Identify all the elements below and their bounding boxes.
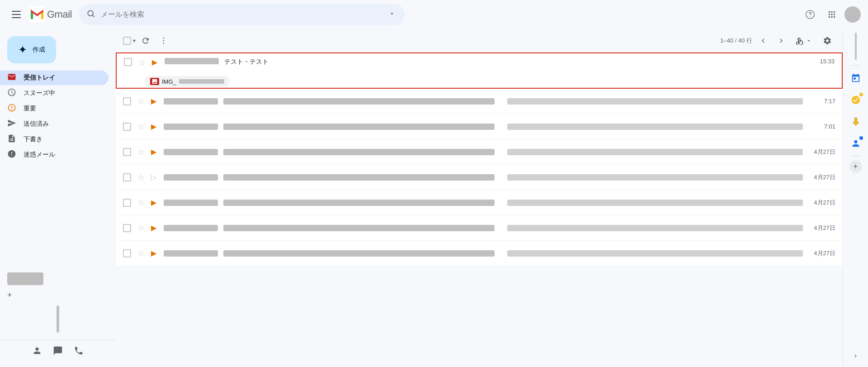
star-button-0[interactable]: ☆ [137, 58, 146, 68]
email-checkbox-0[interactable] [124, 58, 132, 66]
sidebar-item-spam[interactable]: 迷惑メール [0, 148, 108, 162]
svg-point-10 [829, 16, 830, 18]
sender-placeholder-2 [164, 124, 218, 130]
email-checkbox-4[interactable] [123, 173, 131, 181]
refresh-button[interactable] [137, 33, 154, 49]
email-time-3: 4月27日 [808, 148, 835, 156]
star-button-7[interactable]: ☆ [137, 248, 146, 258]
main-area: ▾ 1–40 / 40 行 あ [116, 29, 843, 367]
subject-placeholder-1 [223, 98, 495, 105]
compose-label: 作成 [33, 46, 45, 54]
sent-icon [7, 119, 16, 130]
add-label-icon[interactable]: + [7, 291, 12, 300]
more-button[interactable] [156, 33, 172, 49]
email-time-5: 4月27日 [808, 199, 835, 207]
important-marker-4: ▷ [151, 173, 158, 181]
toolbar: ▾ 1–40 / 40 行 あ [116, 29, 843, 52]
search-input[interactable] [101, 10, 381, 19]
apps-button[interactable] [823, 5, 841, 24]
contacts-footer-icon[interactable] [32, 346, 42, 358]
email-row-6[interactable]: ☆ ▶ 4月27日 [116, 215, 843, 241]
highlighted-email-row[interactable]: ☆ ▶ テスト・テスト 15:33 IMG_ [116, 52, 843, 89]
preview-placeholder-5 [507, 200, 803, 206]
help-button[interactable] [801, 5, 819, 24]
email-row-4[interactable]: ☆ ▷ 4月27日 [116, 165, 843, 190]
svg-rect-16 [854, 118, 857, 123]
avatar-button[interactable] [844, 6, 861, 23]
tasks-icon-button[interactable] [847, 91, 865, 109]
sidebar-label-section [0, 265, 116, 271]
email-subject-0: テスト・テスト [224, 58, 802, 66]
snoozed-label: スヌーズ中 [24, 89, 55, 97]
gmail-m-icon [29, 6, 45, 23]
email-list-scrollbar[interactable] [855, 33, 857, 60]
svg-point-13 [163, 37, 165, 38]
spam-label: 迷惑メール [24, 151, 55, 159]
email-row-3[interactable]: ☆ ▶ 4月27日 [116, 139, 843, 165]
attachment-name-0: IMG_ [162, 78, 176, 85]
sidebar-item-inbox[interactable]: 受信トレイ [0, 71, 108, 85]
subject-placeholder-3 [223, 149, 495, 155]
star-button-4[interactable]: ☆ [137, 172, 146, 182]
attachment-chip-0[interactable]: IMG_ [145, 76, 230, 87]
phone-footer-icon[interactable] [74, 346, 84, 358]
email-time-1: 7:17 [808, 98, 835, 105]
gmail-logo[interactable]: Gmail [29, 6, 72, 23]
star-button-2[interactable]: ☆ [137, 122, 146, 132]
sidebar-nav: 受信トレイ スヌーズ中 重要 送信済み [0, 71, 116, 265]
email-checkbox-3[interactable] [123, 148, 131, 156]
sidebar-item-important[interactable]: 重要 [0, 101, 108, 116]
contacts-icon-button[interactable] [847, 134, 865, 153]
density-label: あ [796, 35, 804, 46]
email-row-1[interactable]: ☆ ▶ 7:17 [116, 89, 843, 114]
toolbar-right: 1–40 / 40 行 あ [720, 33, 835, 49]
subject-placeholder-4 [223, 174, 495, 181]
subject-placeholder-6 [223, 225, 495, 231]
email-subject-text-0: テスト・テスト [224, 58, 269, 65]
email-checkbox-5[interactable] [123, 199, 131, 207]
sidebar-item-sent[interactable]: 送信済み [0, 117, 108, 131]
email-row-7[interactable]: ☆ ▶ 4月27日 [116, 241, 843, 266]
preview-placeholder-4 [507, 174, 803, 181]
compose-button[interactable]: ✦ 作成 [7, 36, 56, 63]
settings-button[interactable] [819, 33, 835, 49]
sidebar-item-snoozed[interactable]: スヌーズ中 [0, 86, 108, 100]
right-sidebar-expand-button[interactable]: › [854, 352, 857, 360]
select-dropdown-button[interactable]: ▾ [133, 38, 136, 44]
attachment-name-placeholder [179, 79, 224, 84]
pagination-next-button[interactable] [774, 33, 788, 48]
sidebar-item-drafts[interactable]: 下書き [0, 132, 108, 147]
important-marker-0: ▶ [152, 58, 159, 67]
calendar-icon-button[interactable] [847, 69, 865, 87]
chat-footer-icon[interactable] [53, 346, 63, 358]
search-dropdown-button[interactable] [387, 8, 397, 21]
email-checkbox-7[interactable] [123, 249, 131, 257]
email-row-5[interactable]: ☆ ▶ 4月27日 [116, 190, 843, 215]
svg-point-11 [831, 16, 833, 18]
svg-point-12 [834, 16, 835, 18]
hamburger-icon [12, 11, 21, 18]
important-marker-3: ▶ [151, 148, 158, 156]
star-button-6[interactable]: ☆ [137, 223, 146, 233]
keep-icon-button[interactable] [847, 113, 865, 131]
density-button[interactable]: あ [792, 33, 816, 48]
menu-button[interactable] [7, 5, 25, 24]
star-button-1[interactable]: ☆ [137, 96, 146, 106]
sender-placeholder-3 [164, 149, 218, 155]
preview-placeholder-7 [507, 250, 803, 257]
email-checkbox-6[interactable] [123, 224, 131, 232]
email-list: ☆ ▶ テスト・テスト 15:33 IMG_ [116, 52, 843, 367]
email-row-2[interactable]: ☆ ▶ 7:01 [116, 114, 843, 139]
search-bar [79, 4, 405, 25]
important-marker-6: ▶ [151, 224, 158, 232]
app-body: ✦ 作成 受信トレイ スヌーズ中 [0, 29, 868, 367]
pagination-prev-button[interactable] [756, 33, 770, 48]
svg-point-6 [834, 11, 835, 13]
email-checkbox-2[interactable] [123, 123, 131, 131]
star-button-5[interactable]: ☆ [137, 198, 146, 208]
add-app-button[interactable]: + [849, 160, 862, 173]
svg-point-8 [831, 14, 833, 15]
select-all-checkbox[interactable] [123, 37, 131, 45]
email-checkbox-1[interactable] [123, 97, 131, 105]
star-button-3[interactable]: ☆ [137, 147, 146, 157]
